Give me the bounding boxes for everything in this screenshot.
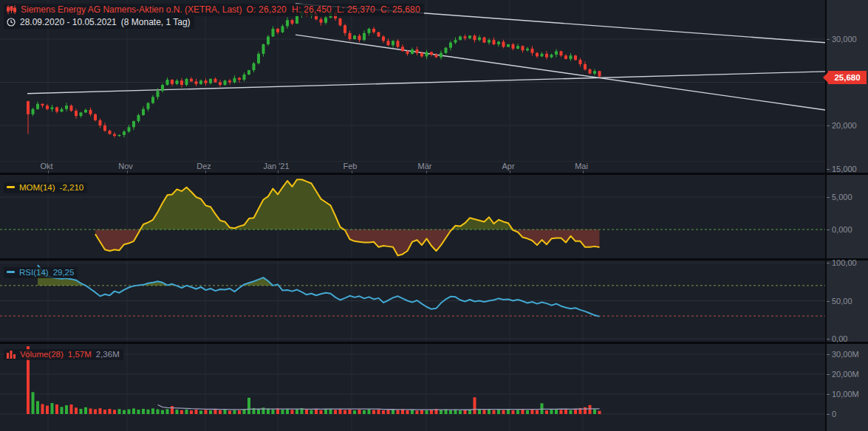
candle-body	[180, 80, 183, 85]
candle-body	[109, 131, 112, 134]
candle-body	[324, 18, 327, 23]
volume-bar	[363, 410, 366, 414]
volume-bar	[589, 405, 592, 414]
x-axis-tick	[127, 170, 128, 173]
volume-bar	[502, 410, 505, 414]
candle-body	[339, 18, 342, 25]
volume-bar	[526, 410, 529, 414]
candle-body	[454, 40, 457, 43]
candle-body	[536, 53, 539, 57]
candle-body	[137, 115, 140, 121]
y-axis-label-vol: 30,00M	[832, 350, 859, 359]
volume-bar	[555, 409, 558, 414]
axis-tick	[827, 169, 830, 170]
x-axis-tick	[583, 170, 584, 173]
x-axis-month-label[interactable]: Feb	[329, 162, 371, 170]
x-axis-month-label[interactable]: Dez	[183, 162, 225, 170]
x-axis-tick	[278, 170, 278, 173]
candle-body	[55, 107, 58, 111]
volume-bar	[142, 409, 145, 414]
mom-line-icon	[7, 186, 15, 188]
y-axis-label-rsi: 0,00	[832, 334, 847, 343]
volume-bar	[387, 410, 390, 414]
volume-bar	[449, 410, 452, 414]
y-axis-label-mom: 0,000	[832, 225, 852, 234]
rsi-label: RSI(14)	[19, 268, 49, 277]
volume-bar	[199, 410, 202, 414]
volume-bar	[176, 410, 179, 414]
volume-bar	[488, 410, 491, 414]
panel-separator[interactable]	[0, 258, 868, 261]
x-axis-tick	[205, 170, 206, 173]
volume-bar	[295, 409, 298, 414]
candle-body	[41, 104, 44, 106]
volume-bar	[257, 409, 260, 414]
candle-body	[445, 48, 448, 53]
volume-bar	[474, 397, 476, 414]
x-axis-month-label[interactable]: Nov	[105, 162, 146, 170]
candle-body	[272, 29, 275, 37]
candle-body	[238, 78, 241, 80]
y-axis-label-main: 30,000	[832, 35, 857, 44]
volume-bar	[416, 410, 419, 414]
volume-bar	[372, 410, 375, 414]
price-axis-column[interactable]	[827, 0, 868, 431]
volume-bar	[574, 409, 577, 414]
candle-body	[545, 54, 548, 58]
high-value: 26,450	[304, 4, 332, 15]
volume-bar	[137, 410, 140, 414]
rsi-chart-canvas[interactable]	[0, 261, 868, 343]
volume-bar	[397, 410, 400, 414]
y-axis-label-vol: 20,00M	[832, 370, 859, 379]
volume-bar	[305, 410, 308, 414]
volume-bar	[123, 410, 126, 414]
candle-body	[598, 71, 601, 76]
x-axis-month-label[interactable]: Mai	[561, 162, 602, 170]
candle-body	[363, 33, 366, 40]
candle-body	[387, 41, 390, 45]
chart-application: Siemens Energy AG Namens-Aktien o.N. (XE…	[0, 0, 868, 431]
candle-body	[478, 38, 481, 41]
candle-body	[209, 79, 212, 83]
x-axis-month-label[interactable]: Apr	[488, 162, 529, 170]
candle-body	[61, 109, 64, 112]
volume-bar	[430, 410, 433, 414]
candle-body	[382, 36, 385, 41]
axis-border-line	[825, 0, 827, 431]
volume-bar	[46, 406, 49, 414]
volume-value: 1,57M	[68, 350, 92, 359]
y-axis-label-vol: 0	[832, 410, 836, 418]
volume-bar	[334, 410, 337, 414]
close-value: 25,680	[392, 4, 420, 15]
x-axis-month-label[interactable]: Jan '21	[256, 162, 297, 170]
y-axis-label-mom: 5,000	[832, 193, 852, 201]
candle-body	[51, 107, 54, 108]
candle-body	[118, 135, 121, 136]
momentum-chart-canvas[interactable]	[0, 176, 868, 260]
candle-body	[368, 29, 371, 33]
volume-bar	[84, 407, 87, 414]
candle-body	[516, 46, 519, 49]
volume-bar	[61, 407, 64, 414]
candle-body	[151, 97, 154, 103]
volume-bar	[382, 410, 385, 414]
candle-body	[440, 53, 442, 58]
y-axis-label-main: 15,000	[832, 165, 857, 173]
date-range-header: 28.09.2020 - 10.05.2021 (8 Monate, 1 Tag…	[4, 16, 194, 29]
candle-body	[570, 55, 573, 59]
volume-bar	[157, 410, 160, 414]
volume-chart-canvas[interactable]	[0, 344, 868, 431]
candle-body	[397, 41, 400, 46]
candle-body	[526, 49, 529, 50]
axis-tick	[827, 301, 830, 302]
candle-body	[522, 46, 524, 50]
candle-body	[474, 35, 476, 40]
x-axis-month-label[interactable]: Mär	[404, 162, 445, 170]
candle-body	[372, 29, 375, 32]
x-axis-tick	[48, 170, 49, 173]
x-axis-month-label[interactable]: Okt	[26, 162, 67, 170]
panel-separator[interactable]	[0, 342, 868, 344]
candle-body	[75, 111, 78, 116]
panel-separator[interactable]	[0, 173, 868, 175]
volume-bar	[468, 410, 471, 414]
